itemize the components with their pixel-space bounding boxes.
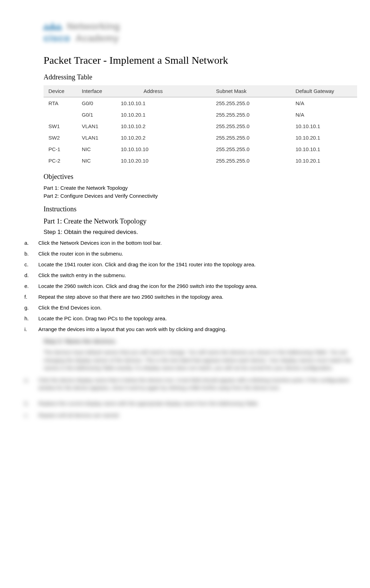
table-cell-gateway: 10.10.10.1 xyxy=(278,143,357,155)
th-subnet: Subnet Mask xyxy=(174,85,278,97)
logo-header: Networking cisco Academy xyxy=(44,21,353,44)
instruction-item: h.Locate the PC icon. Drag two PCs to th… xyxy=(24,315,353,322)
instruction-text: Click the Network Devices icon in the bo… xyxy=(38,239,353,246)
table-row: SW2VLAN110.10.20.2255.255.255.010.10.20.… xyxy=(44,132,357,143)
table-row: RTAG0/010.10.10.1255.255.255.0N/A xyxy=(44,97,357,109)
logo-text-bottom: Academy xyxy=(76,33,119,44)
instruction-text: Arrange the devices into a layout that y… xyxy=(38,326,353,333)
th-gateway: Default Gateway xyxy=(278,85,357,97)
table-cell-mask: 255.255.255.0 xyxy=(174,109,278,120)
step2-heading-blurred: Step 2: Name the devices. xyxy=(44,338,353,345)
table-cell-device xyxy=(44,109,77,120)
instruction-item: f.Repeat the step above so that there ar… xyxy=(24,293,353,300)
table-cell-address: 10.10.10.10 xyxy=(116,143,174,155)
table-cell-mask: 255.255.255.0 xyxy=(174,120,278,132)
instruction-item: e.Locate the 2960 switch icon. Click and… xyxy=(24,282,353,290)
instruction-text: Click the router icon in the submenu. xyxy=(38,250,353,257)
table-cell-device: RTA xyxy=(44,97,77,109)
list-marker: b. xyxy=(24,250,38,257)
objectives-heading: Objectives xyxy=(44,173,353,181)
page-title: Packet Tracer - Implement a Small Networ… xyxy=(44,54,353,66)
blurred-content: Step 2: Name the devices. The devices ha… xyxy=(17,338,353,420)
table-row: PC-2NIC10.10.20.10255.255.255.010.10.20.… xyxy=(44,155,357,166)
instruction-text: Locate the PC icon. Drag two PCs to the … xyxy=(38,315,353,322)
table-cell-address: 10.10.20.2 xyxy=(116,132,174,143)
instruction-item: b.Click the router icon in the submenu. xyxy=(24,250,353,257)
table-cell-gateway: N/A xyxy=(278,97,357,109)
table-cell-interface: VLAN1 xyxy=(77,132,116,143)
table-cell-mask: 255.255.255.0 xyxy=(174,155,278,166)
logo-brand: cisco xyxy=(44,33,70,44)
list-marker: a. xyxy=(24,239,38,246)
th-interface: Interface xyxy=(77,85,116,97)
table-cell-interface: NIC xyxy=(77,155,116,166)
addressing-table-heading: Addressing Table xyxy=(44,73,353,81)
step2-item-blurred: b. Replace the current display name with… xyxy=(24,400,353,408)
table-cell-interface: NIC xyxy=(77,143,116,155)
table-cell-device: PC-1 xyxy=(44,143,77,155)
logo-text-top: Networking xyxy=(67,21,120,32)
table-cell-mask: 255.255.255.0 xyxy=(174,132,278,143)
table-row: PC-1NIC10.10.10.10255.255.255.010.10.10.… xyxy=(44,143,357,155)
list-marker: c. xyxy=(24,261,38,268)
table-cell-address: 10.10.10.2 xyxy=(116,120,174,132)
instruction-item: c.Locate the 1941 router icon. Click and… xyxy=(24,261,353,268)
instruction-item: g.Click the End Devices icon. xyxy=(24,304,353,311)
table-cell-interface: VLAN1 xyxy=(77,120,116,132)
part1-heading: Part 1: Create the Network Topology xyxy=(44,217,353,225)
list-marker: d. xyxy=(24,272,38,279)
instruction-item: d.Click the switch entry in the submenu. xyxy=(24,272,353,279)
instruction-text: Repeat the step above so that there are … xyxy=(38,293,353,300)
list-marker: e. xyxy=(24,282,38,290)
table-row: SW1VLAN110.10.10.2255.255.255.010.10.10.… xyxy=(44,120,357,132)
step2-para-blurred: The devices have default names that you … xyxy=(44,348,353,372)
instruction-item: i.Arrange the devices into a layout that… xyxy=(24,326,353,333)
objective-item: Part 2: Configure Devices and Verify Con… xyxy=(44,193,353,199)
instructions-heading: Instructions xyxy=(44,205,353,213)
table-cell-interface: G0/1 xyxy=(77,109,116,120)
list-marker: i. xyxy=(24,326,38,333)
table-cell-mask: 255.255.255.0 xyxy=(174,97,278,109)
th-device: Device xyxy=(44,85,77,97)
table-cell-gateway: 10.10.10.1 xyxy=(278,120,357,132)
table-cell-device: SW1 xyxy=(44,120,77,132)
table-cell-device: SW2 xyxy=(44,132,77,143)
list-marker: f. xyxy=(24,293,38,300)
th-address: Address xyxy=(116,85,174,97)
table-cell-address: 10.10.20.1 xyxy=(116,109,174,120)
list-marker: h. xyxy=(24,315,38,322)
table-row: G0/110.10.20.1255.255.255.0N/A xyxy=(44,109,357,120)
step1-list: a.Click the Network Devices icon in the … xyxy=(24,239,353,333)
addressing-table: Device Interface Address Subnet Mask Def… xyxy=(44,85,357,166)
instruction-text: Click the switch entry in the submenu. xyxy=(38,272,353,279)
step1-heading: Step 1: Obtain the required devices. xyxy=(44,229,353,236)
table-cell-device: PC-2 xyxy=(44,155,77,166)
instruction-text: Click the End Devices icon. xyxy=(38,304,353,311)
table-cell-gateway: 10.10.20.1 xyxy=(278,132,357,143)
table-cell-interface: G0/0 xyxy=(77,97,116,109)
instruction-text: Locate the 1941 router icon. Click and d… xyxy=(38,261,353,268)
cisco-logo-bars xyxy=(44,23,62,30)
table-cell-gateway: 10.10.20.1 xyxy=(278,155,357,166)
step2-item-blurred: c. Repeat until all devices are named. xyxy=(24,411,353,420)
table-cell-address: 10.10.20.10 xyxy=(116,155,174,166)
step2-item-blurred: a. Click the device display name that is… xyxy=(24,376,353,392)
table-cell-gateway: N/A xyxy=(278,109,357,120)
instruction-text: Locate the 2960 switch icon. Click and d… xyxy=(38,282,353,290)
table-cell-mask: 255.255.255.0 xyxy=(174,143,278,155)
objectives-list: Part 1: Create the Network Topology Part… xyxy=(44,185,353,199)
list-marker: g. xyxy=(24,304,38,311)
instruction-item: a.Click the Network Devices icon in the … xyxy=(24,239,353,246)
table-cell-address: 10.10.10.1 xyxy=(116,97,174,109)
objective-item: Part 1: Create the Network Topology xyxy=(44,185,353,191)
